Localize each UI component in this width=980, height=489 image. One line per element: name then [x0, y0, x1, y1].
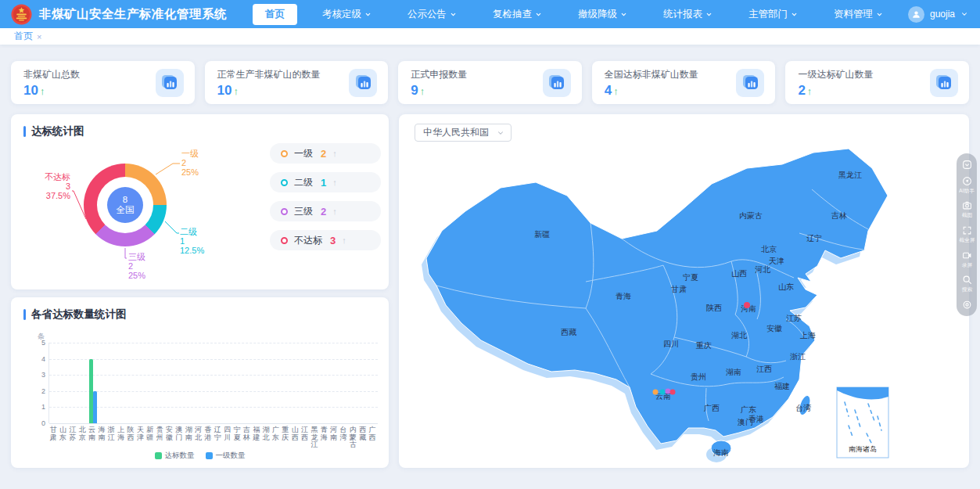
toolbar-item-rings[interactable] [962, 300, 972, 310]
x-tick-label: 北京 [77, 426, 87, 449]
map-label-province[interactable]: 内蒙古 [739, 211, 763, 220]
person-icon [911, 9, 921, 20]
mine-marker[interactable] [744, 302, 750, 308]
mine-marker[interactable] [660, 390, 666, 395]
user-menu-chevron-icon[interactable] [960, 10, 968, 18]
region-select[interactable]: 中华人民共和国 [415, 124, 512, 142]
bar-chart-icon [934, 73, 953, 92]
china-map[interactable]: 南海诸岛 新疆西藏青海甘肃宁夏陕西山西河北北京天津山东河南江苏上海安徽湖北重庆四… [399, 114, 969, 468]
legend-swatch [206, 452, 213, 459]
map-label-province[interactable]: 山西 [731, 269, 747, 278]
bar-legend-item-0[interactable]: 达标数量 [155, 451, 195, 461]
x-tick-label: 宁夏 [232, 426, 242, 449]
x-tick-label: 广西 [368, 426, 377, 449]
gridline [49, 343, 378, 343]
map-label-province[interactable]: 福建 [774, 382, 790, 390]
bar-达标数量-云南[interactable] [89, 359, 93, 423]
stat-icon-box [349, 69, 377, 97]
legend-pill-0[interactable]: 一级2↑ [270, 143, 381, 164]
bar-chart-legend: 达标数量一级数量 [11, 451, 389, 461]
stat-value: 9 [411, 83, 418, 98]
toolbar-item-AI助手[interactable]: AI助手 [958, 176, 975, 195]
legend-pill-2[interactable]: 三级2↑ [270, 201, 381, 221]
nav-item-1[interactable]: 考核定级 [311, 0, 382, 28]
gridline [49, 359, 378, 360]
bar-一级数量-云南[interactable] [93, 391, 97, 423]
mine-marker[interactable] [653, 390, 659, 395]
legend-up-arrow-icon: ↑ [332, 149, 337, 158]
nav-item-2[interactable]: 公示公告 [397, 0, 468, 28]
x-tick-label: 江西 [300, 426, 309, 449]
mine-marker[interactable] [670, 390, 676, 395]
nav-item-5[interactable]: 统计报表 [652, 0, 723, 28]
map-label-province[interactable]: 北京 [761, 245, 777, 253]
legend-pill-1[interactable]: 二级1↑ [270, 172, 381, 192]
map-label-province[interactable]: 黑龙江 [838, 171, 862, 179]
mine-marker[interactable] [666, 389, 671, 394]
map-label-province[interactable]: 西藏 [561, 328, 576, 336]
national-emblem-logo [11, 4, 32, 25]
bar-card-title-text: 各省达标数量统计图 [31, 307, 127, 322]
stat-cards-row: 非煤矿山总数10↑正常生产非煤矿山的数量10↑正式申报数量9↑全国达标非煤矿山数… [11, 61, 969, 104]
map-label-province[interactable]: 台湾 [795, 404, 811, 412]
nav-item-0[interactable]: 首页 [253, 4, 297, 25]
x-tick-label: 黑龙江 [310, 426, 319, 449]
map-label-province[interactable]: 天津 [769, 257, 784, 265]
nav-item-label: 统计报表 [663, 8, 702, 21]
map-label-province[interactable]: 河北 [755, 265, 771, 274]
map-label-province[interactable]: 江西 [756, 365, 772, 373]
map-label-province[interactable]: 湖北 [731, 331, 748, 340]
map-label-province[interactable]: 安徽 [766, 324, 782, 333]
legend-pill-3[interactable]: 不达标3↑ [270, 230, 381, 250]
toolbar-item-录屏[interactable]: 录屏 [961, 250, 973, 269]
legend-value: 2 [321, 206, 326, 218]
x-tick-label: 广东 [271, 426, 280, 449]
bar-legend-item-1[interactable]: 一级数量 [206, 451, 246, 461]
map-label-province[interactable]: 四川 [663, 340, 679, 348]
map-label-province[interactable]: 湖南 [726, 368, 741, 376]
toolbar-item-label: 搜索 [961, 286, 972, 293]
map-label-province[interactable]: 贵州 [691, 372, 706, 381]
china-map-card: 中华人民共和国 [399, 114, 969, 468]
tab-home[interactable]: 首页 × [14, 30, 41, 43]
map-label-province[interactable]: 广西 [704, 404, 720, 412]
toolbar-item-截全屏[interactable]: 截全屏 [958, 225, 976, 244]
tab-close-icon[interactable]: × [37, 32, 41, 41]
x-tick-label: 贵州 [155, 426, 164, 449]
up-arrow-icon: ↑ [40, 85, 45, 97]
username[interactable]: guojia [930, 9, 955, 20]
map-label-province[interactable]: 陕西 [706, 304, 722, 312]
nav-item-7[interactable]: 资料管理 [823, 0, 894, 28]
user-avatar[interactable] [908, 6, 924, 23]
map-label-province[interactable]: 海南 [713, 448, 729, 457]
map-label-province[interactable]: 重庆 [695, 341, 712, 350]
toolbar-item-搜索[interactable]: 搜索 [961, 275, 973, 293]
map-label-province[interactable]: 辽宁 [806, 234, 822, 243]
nav-item-label: 资料管理 [834, 8, 873, 21]
nav-item-4[interactable]: 撤级降级 [567, 0, 638, 28]
map-label-province[interactable]: 山东 [778, 282, 794, 291]
browser-side-toolbar: AI助手截图截全屏录屏搜索 [957, 153, 977, 316]
toolbar-item-截图[interactable]: 截图 [961, 200, 973, 219]
map-label-province[interactable]: 江苏 [786, 314, 802, 322]
chevron-down-icon [705, 11, 713, 18]
gridline [49, 391, 378, 392]
map-label-province[interactable]: 青海 [616, 292, 631, 300]
stat-icon-box [736, 69, 764, 97]
donut-chart: 8 全国 一级225% 二级112.5% 三级225% 不达标337.5% [11, 141, 269, 289]
map-label-province[interactable]: 广东 [741, 405, 756, 414]
map-label-province[interactable]: 宁夏 [683, 273, 698, 282]
nav-item-label: 复检抽查 [493, 8, 532, 21]
map-label-province[interactable]: 浙江 [790, 352, 806, 361]
map-label-province[interactable]: 甘肃 [671, 285, 687, 293]
map-label-province[interactable]: 上海 [799, 331, 816, 340]
map-label-province[interactable]: 香港 [748, 415, 764, 423]
map-label-province[interactable]: 新疆 [534, 230, 550, 239]
nav-item-6[interactable]: 主管部门 [738, 0, 809, 28]
map-landmass[interactable] [426, 149, 888, 456]
nav-item-3[interactable]: 复检抽查 [482, 0, 553, 28]
legend-value: 2 [321, 148, 326, 160]
map-label-province[interactable]: 吉林 [831, 211, 847, 220]
donut-center-badge: 8 全国 [107, 187, 143, 223]
toolbar-item-collapse[interactable] [962, 160, 972, 170]
